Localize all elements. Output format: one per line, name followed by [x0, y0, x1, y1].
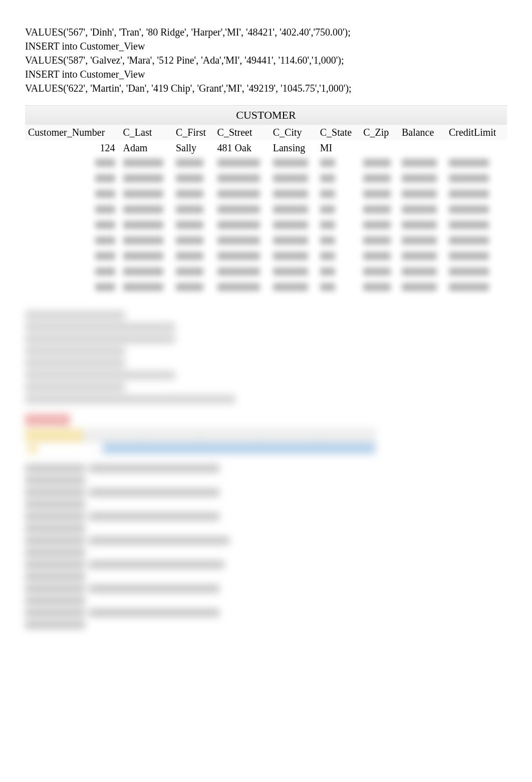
- table-cell: [120, 202, 173, 218]
- table-cell: [214, 218, 270, 233]
- table-cell: [446, 265, 507, 280]
- table-cell: Lansing: [270, 140, 317, 156]
- table-row: [25, 249, 507, 265]
- table-cell: [25, 218, 120, 233]
- col-c-zip: C_Zip: [360, 125, 399, 140]
- table-cell: [173, 187, 214, 202]
- table-cell: [317, 280, 360, 296]
- table-cell: [399, 202, 446, 218]
- table-cell: [399, 187, 446, 202]
- sql-line: VALUES('587', 'Galvez', 'Mara', '512 Pin…: [25, 53, 507, 67]
- table-cell: [399, 156, 446, 171]
- sql-line: INSERT into Customer_View: [25, 39, 507, 53]
- table-cell: [360, 140, 399, 156]
- table-cell: [317, 249, 360, 265]
- blurred-lower-content: [25, 311, 507, 629]
- table-cell: [270, 265, 317, 280]
- table-cell: [173, 249, 214, 265]
- table-cell: [446, 233, 507, 249]
- table-cell: [214, 265, 270, 280]
- table-cell: [360, 233, 399, 249]
- table-cell: [214, 187, 270, 202]
- table-cell: [270, 249, 317, 265]
- table-row: 124AdamSally481 OakLansingMI: [25, 140, 507, 156]
- table-cell: [25, 202, 120, 218]
- table-cell: [446, 280, 507, 296]
- table-cell: 481 Oak: [214, 140, 270, 156]
- table-cell: [360, 171, 399, 187]
- table-cell: [270, 202, 317, 218]
- table-cell: [25, 156, 120, 171]
- table-row: [25, 265, 507, 280]
- table-cell: [446, 218, 507, 233]
- table-cell: [173, 156, 214, 171]
- table-cell: 124: [25, 140, 120, 156]
- table-cell: [173, 233, 214, 249]
- table-cell: [120, 233, 173, 249]
- table-cell: [317, 233, 360, 249]
- table-cell: [25, 233, 120, 249]
- table-cell: [120, 187, 173, 202]
- col-c-city: C_City: [270, 125, 317, 140]
- table-cell: [120, 156, 173, 171]
- table-cell: [173, 265, 214, 280]
- table-cell: [360, 156, 399, 171]
- table-row: [25, 156, 507, 171]
- table-cell: [214, 280, 270, 296]
- table-cell: [25, 280, 120, 296]
- table-cell: [446, 202, 507, 218]
- sql-line: VALUES('622', 'Martin', 'Dan', '419 Chip…: [25, 81, 507, 95]
- table-cell: [214, 202, 270, 218]
- table-title: CUSTOMER: [25, 105, 507, 125]
- table-cell: [270, 171, 317, 187]
- table-body: 124AdamSally481 OakLansingMI: [25, 140, 507, 296]
- col-c-last: C_Last: [120, 125, 173, 140]
- table-cell: [360, 280, 399, 296]
- table-cell: [120, 249, 173, 265]
- table-cell: [317, 218, 360, 233]
- table-row: [25, 280, 507, 296]
- table-cell: [270, 280, 317, 296]
- col-c-street: C_Street: [214, 125, 270, 140]
- table-cell: [25, 171, 120, 187]
- table-cell: [360, 249, 399, 265]
- table-cell: [25, 249, 120, 265]
- table-cell: [173, 171, 214, 187]
- table-cell: [317, 187, 360, 202]
- sql-line: INSERT into Customer_View: [25, 67, 507, 81]
- table-cell: [446, 249, 507, 265]
- table-row: [25, 218, 507, 233]
- col-c-first: C_First: [173, 125, 214, 140]
- table-cell: MI: [317, 140, 360, 156]
- table-cell: [360, 202, 399, 218]
- table-cell: [317, 265, 360, 280]
- table-cell: [25, 265, 120, 280]
- table-cell: [120, 265, 173, 280]
- table-cell: [25, 187, 120, 202]
- table-cell: [399, 140, 446, 156]
- table-cell: [270, 156, 317, 171]
- table-cell: [173, 202, 214, 218]
- table-cell: [399, 249, 446, 265]
- customer-table-container: CUSTOMER Customer_Number C_Last C_First …: [25, 105, 507, 296]
- table-row: [25, 171, 507, 187]
- table-cell: [317, 171, 360, 187]
- table-header-row: Customer_Number C_Last C_First C_Street …: [25, 125, 507, 140]
- table-cell: [173, 280, 214, 296]
- table-row: [25, 202, 507, 218]
- sql-line: VALUES('567', 'Dinh', 'Tran', '80 Ridge'…: [25, 25, 507, 39]
- col-balance: Balance: [399, 125, 446, 140]
- table-cell: [120, 280, 173, 296]
- table-cell: [317, 156, 360, 171]
- table-row: [25, 233, 507, 249]
- table-cell: [214, 156, 270, 171]
- table-cell: [120, 218, 173, 233]
- table-cell: [446, 156, 507, 171]
- table-cell: [214, 249, 270, 265]
- table-cell: [360, 265, 399, 280]
- table-cell: [317, 202, 360, 218]
- table-cell: Sally: [173, 140, 214, 156]
- table-cell: [399, 233, 446, 249]
- table-cell: Adam: [120, 140, 173, 156]
- table-cell: [446, 140, 507, 156]
